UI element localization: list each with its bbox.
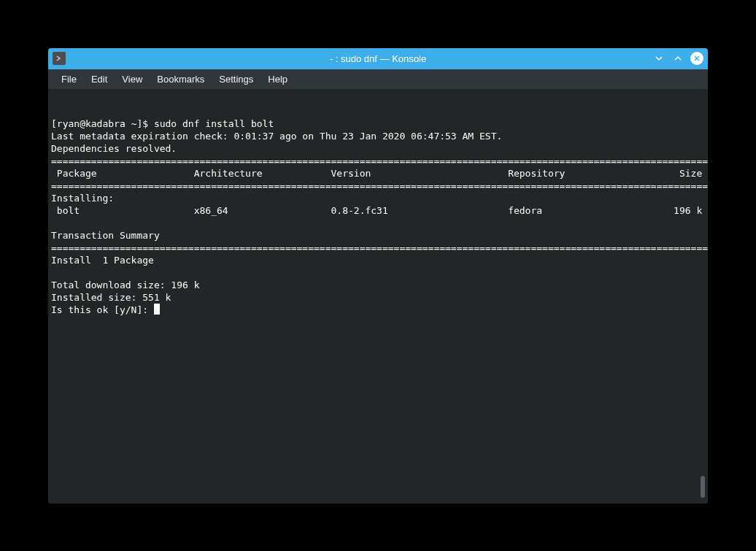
installed-size: Installed size: 551 k (51, 292, 171, 303)
titlebar[interactable]: - : sudo dnf — Konsole (48, 48, 708, 69)
total-download: Total download size: 196 k (51, 280, 200, 290)
menu-file[interactable]: File (54, 71, 84, 88)
terminal-area[interactable]: [ryan@kadabra ~]$ sudo dnf install bolt … (48, 90, 708, 504)
deps-line: Dependencies resolved. (51, 143, 177, 154)
installing-label: Installing: (51, 193, 114, 204)
table-header: Package Architecture Version Repository … (51, 168, 702, 179)
scrollbar[interactable] (701, 476, 705, 498)
terminal-output: [ryan@kadabra ~]$ sudo dnf install bolt … (51, 117, 705, 316)
window-title: - : sudo dnf — Konsole (330, 53, 426, 64)
cursor (154, 304, 160, 315)
minimize-button[interactable] (652, 52, 666, 65)
maximize-button[interactable] (671, 52, 684, 65)
command-text: sudo dnf install bolt (154, 118, 274, 129)
separator: ========================================… (51, 180, 708, 191)
menu-help[interactable]: Help (261, 71, 295, 88)
menu-bookmarks[interactable]: Bookmarks (150, 71, 212, 88)
prompt: [ryan@kadabra ~]$ (51, 118, 154, 129)
menu-view[interactable]: View (115, 71, 150, 88)
window-controls (652, 52, 703, 65)
separator: ========================================… (51, 155, 708, 166)
menu-settings[interactable]: Settings (212, 71, 261, 88)
konsole-window: - : sudo dnf — Konsole File Edit View Bo… (48, 48, 708, 504)
separator: ========================================… (51, 242, 708, 253)
package-row: bolt x86_64 0.8-2.fc31 fedora 196 k (51, 205, 702, 216)
transaction-summary: Transaction Summary (51, 230, 160, 241)
menubar: File Edit View Bookmarks Settings Help (48, 69, 708, 90)
app-icon (53, 52, 66, 65)
confirm-prompt: Is this ok [y/N]: (51, 304, 154, 315)
metadata-line: Last metadata expiration check: 0:01:37 … (51, 131, 502, 142)
install-count: Install 1 Package (51, 255, 154, 266)
menu-edit[interactable]: Edit (84, 71, 115, 88)
close-button[interactable] (690, 52, 703, 65)
